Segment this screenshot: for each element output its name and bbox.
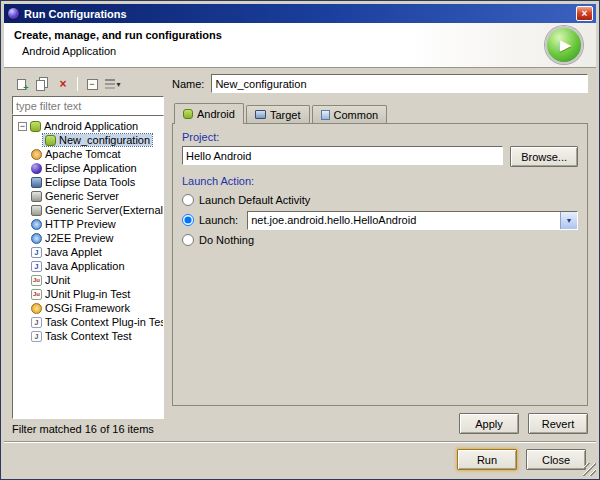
tree-item-osgi-framework[interactable]: OSGi Framework xyxy=(14,301,163,315)
generic-server-external-icon xyxy=(31,205,42,216)
tree-item-junit[interactable]: Ju JUnit xyxy=(14,273,163,287)
expand-toggle-icon[interactable]: − xyxy=(18,122,27,131)
dialog-body: + × − ▾ − xyxy=(4,68,596,438)
apply-button[interactable]: Apply xyxy=(459,413,519,434)
tree-item-label: HTTP Preview xyxy=(45,218,116,230)
apache-tomcat-icon xyxy=(31,149,42,160)
close-button[interactable]: Close xyxy=(526,449,586,470)
tree-item-java-applet[interactable]: J Java Applet xyxy=(14,245,163,259)
launch-radio[interactable] xyxy=(182,214,194,226)
filter-icon xyxy=(105,79,115,89)
radio-label: Launch: xyxy=(199,214,238,226)
project-input[interactable] xyxy=(182,146,503,165)
configuration-form: Name: Android Target Common Project: xyxy=(172,74,588,436)
close-icon: × xyxy=(582,8,588,19)
filter-menu-button[interactable]: ▾ xyxy=(104,75,122,93)
launch-default-activity-radio[interactable] xyxy=(182,194,194,206)
combobox-dropdown-button[interactable]: ▼ xyxy=(560,212,577,229)
j2ee-preview-icon xyxy=(31,233,42,244)
tree-item-eclipse-data-tools[interactable]: Eclipse Data Tools xyxy=(14,175,163,189)
duplicate-icon xyxy=(36,80,45,91)
tab-label: Target xyxy=(270,109,301,121)
run-play-button[interactable]: ▶ xyxy=(545,26,583,64)
tree-item-android-application[interactable]: − Android Application xyxy=(14,119,163,133)
osgi-framework-icon xyxy=(31,303,42,314)
toolbar-separator xyxy=(77,77,78,91)
tree-item-label: JUnit xyxy=(45,274,70,286)
do-nothing-radio[interactable] xyxy=(182,234,194,246)
header-title: Create, manage, and run configurations xyxy=(14,29,586,41)
chevron-down-icon: ▼ xyxy=(566,217,573,224)
tree-item-label: Eclipse Application xyxy=(45,162,137,174)
tree-item-java-application[interactable]: J Java Application xyxy=(14,259,163,273)
android-configuration-icon xyxy=(45,135,56,146)
task-context-plugin-test-icon: J xyxy=(31,317,42,328)
collapse-all-icon: − xyxy=(87,79,98,90)
common-tab-icon xyxy=(321,110,330,120)
delete-icon: × xyxy=(59,77,66,91)
menu-arrow-icon: ▾ xyxy=(116,80,120,89)
browse-button[interactable]: Browse... xyxy=(510,146,578,167)
eclipse-icon xyxy=(7,7,20,20)
tree-item-generic-server[interactable]: Generic Server xyxy=(14,189,163,203)
do-nothing-option: Do Nothing xyxy=(182,230,578,250)
launch-activity-option: Launch: net.joe.android.hello.HelloAndro… xyxy=(182,210,578,230)
tree-item-task-context-test[interactable]: J Task Context Test xyxy=(14,329,163,343)
tree-item-task-context-plugin-test[interactable]: J Task Context Plug-in Test xyxy=(14,315,163,329)
tab-label: Common xyxy=(334,109,379,121)
dialog-footer: Run Close xyxy=(4,443,596,476)
new-configuration-button[interactable]: + xyxy=(12,75,30,93)
window-title: Run Configurations xyxy=(24,8,572,20)
delete-configuration-button[interactable]: × xyxy=(54,75,72,93)
tree-item-label: Java Application xyxy=(45,260,125,272)
configurations-tree[interactable]: − Android Application New_configuration … xyxy=(12,115,164,419)
header-subtitle: Android Application xyxy=(22,45,586,57)
run-button[interactable]: Run xyxy=(457,449,517,470)
resize-grip[interactable] xyxy=(583,463,596,476)
tab-common[interactable]: Common xyxy=(312,105,388,123)
project-section-label: Project: xyxy=(182,131,578,143)
tree-item-label: Apache Tomcat xyxy=(45,148,121,160)
tree-item-label: Task Context Plug-in Test xyxy=(45,316,164,328)
sidebar-toolbar: + × − ▾ xyxy=(12,74,164,94)
configurations-sidebar: + × − ▾ − xyxy=(12,74,164,436)
tree-item-j2ee-preview[interactable]: J2EE Preview xyxy=(14,231,163,245)
name-input[interactable] xyxy=(211,74,588,93)
tab-android[interactable]: Android xyxy=(174,103,244,124)
activity-combobox-value: net.joe.android.hello.HelloAndroid xyxy=(248,212,560,229)
revert-button[interactable]: Revert xyxy=(528,413,588,434)
launch-action-section-label: Launch Action: xyxy=(182,175,578,187)
close-window-button[interactable]: × xyxy=(576,6,593,21)
run-configurations-dialog: Run Configurations × Create, manage, and… xyxy=(0,0,600,480)
activity-combobox[interactable]: net.joe.android.hello.HelloAndroid ▼ xyxy=(247,211,578,230)
java-application-icon: J xyxy=(31,261,42,272)
tree-item-label: J2EE Preview xyxy=(45,232,113,244)
tree-item-label: OSGi Framework xyxy=(45,302,130,314)
tab-target[interactable]: Target xyxy=(246,105,310,123)
titlebar[interactable]: Run Configurations × xyxy=(4,4,596,23)
tree-item-label: Generic Server(External Lau xyxy=(45,204,164,216)
task-context-test-icon: J xyxy=(31,331,42,342)
tab-strip: Android Target Common xyxy=(172,102,588,123)
tree-item-new-configuration[interactable]: New_configuration xyxy=(14,133,163,147)
tree-item-label: Java Applet xyxy=(45,246,102,258)
generic-server-icon xyxy=(31,191,42,202)
filter-status-text: Filter matched 16 of 16 items xyxy=(12,419,164,436)
collapse-all-button[interactable]: − xyxy=(83,75,101,93)
dialog-header: Create, manage, and run configurations A… xyxy=(4,23,596,68)
tree-item-http-preview[interactable]: HTTP Preview xyxy=(14,217,163,231)
tree-item-label: New_configuration xyxy=(59,134,150,146)
tree-item-label: Android Application xyxy=(44,120,138,132)
tree-item-generic-server-external[interactable]: Generic Server(External Lau xyxy=(14,203,163,217)
filter-input[interactable] xyxy=(12,96,164,115)
tree-item-junit-plugin-test[interactable]: Ju JUnit Plug-in Test xyxy=(14,287,163,301)
radio-label: Launch Default Activity xyxy=(199,194,310,206)
tree-item-apache-tomcat[interactable]: Apache Tomcat xyxy=(14,147,163,161)
play-icon: ▶ xyxy=(560,36,572,54)
duplicate-configuration-button[interactable] xyxy=(33,75,51,93)
junit-plugin-test-icon: Ju xyxy=(31,289,42,300)
tree-item-eclipse-application[interactable]: Eclipse Application xyxy=(14,161,163,175)
junit-icon: Ju xyxy=(31,275,42,286)
radio-label: Do Nothing xyxy=(199,234,254,246)
launch-default-activity-option: Launch Default Activity xyxy=(182,190,578,210)
